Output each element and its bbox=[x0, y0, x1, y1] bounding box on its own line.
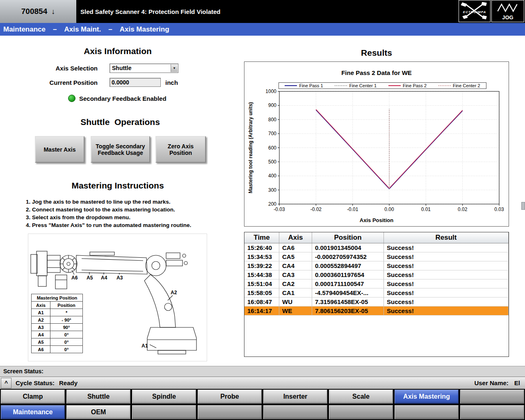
cycle-status-value: Ready bbox=[59, 377, 78, 389]
result-row[interactable]: 15:44:38CA30.0003601197654Success! bbox=[244, 270, 509, 279]
instruction-step: 2. Connect mastering tool to the axis ma… bbox=[26, 206, 223, 213]
result-cell: 7.806156203EX-05 bbox=[312, 306, 384, 316]
result-cell: 15:58:05 bbox=[244, 288, 279, 297]
result-cell: Success! bbox=[384, 252, 509, 261]
results-table: TimeAxisPositionResult 15:26:40CA60.0019… bbox=[244, 232, 509, 357]
position-unit-label: inch bbox=[165, 79, 178, 86]
chevron-down-icon[interactable]: ▼ bbox=[171, 64, 178, 72]
instruction-step: 1. Jog the axis to be mastered to line u… bbox=[26, 198, 223, 206]
mastering-table-cell: - 90° bbox=[50, 316, 83, 324]
breadcrumb-item: Axis Mastering bbox=[120, 25, 169, 34]
axis-label-a4: A4 bbox=[101, 275, 107, 281]
zero-axis-position-button[interactable]: Zero Axis Position bbox=[155, 136, 206, 163]
secondary-feedback-led-icon bbox=[68, 95, 75, 102]
mastering-table-cell: A6 bbox=[32, 346, 50, 353]
collapse-chevron-icon[interactable]: ^ bbox=[1, 378, 11, 388]
axis-information-title: Axis Information bbox=[36, 46, 200, 56]
result-row[interactable]: 15:39:22CA40.000552894497Success! bbox=[244, 261, 509, 270]
legend-label: Fine Center 2 bbox=[453, 83, 480, 88]
breadcrumb: Maintenance–Axis Maint.–Axis Mastering bbox=[0, 23, 525, 36]
result-row-selected[interactable]: 16:14:17WE7.806156203EX-05Success! bbox=[244, 306, 509, 316]
result-cell: CA5 bbox=[279, 252, 312, 261]
result-row[interactable]: 15:58:05CA1-4.579409454EX-...Success! bbox=[244, 288, 509, 297]
svg-text:-0.01: -0.01 bbox=[347, 207, 358, 212]
alarm-message: Sled Safety Scanner 4: Protection Field … bbox=[80, 0, 220, 23]
result-column-header: Position bbox=[312, 232, 384, 243]
jog-mode-indicator[interactable]: JOG bbox=[491, 0, 524, 22]
result-cell: Success! bbox=[384, 261, 509, 270]
legend-label: Fine Pass 1 bbox=[299, 83, 323, 88]
result-cell: WU bbox=[279, 297, 312, 306]
mastering-table-cell: A3 bbox=[32, 324, 50, 331]
softkey-probe[interactable]: Probe bbox=[198, 390, 262, 404]
result-column-header: Result bbox=[384, 232, 509, 243]
mastering-table-cell: A4 bbox=[32, 331, 50, 338]
result-cell: -4.579409454EX-... bbox=[312, 288, 384, 297]
result-row[interactable]: 15:34:53CA5-0.0002705974352Success! bbox=[244, 252, 509, 261]
mastering-table-cell: A1 bbox=[32, 309, 50, 316]
result-cell: 16:08:47 bbox=[244, 297, 279, 306]
results-chart: -0.03-0.02-0.010.000.010.020.03200300400… bbox=[244, 61, 509, 227]
jog-zigzag-icon bbox=[492, 0, 524, 14]
cycle-status-label: Cycle Status: bbox=[16, 377, 55, 389]
legend-line-sample bbox=[438, 85, 451, 86]
svg-text:-0.02: -0.02 bbox=[310, 207, 322, 212]
svg-text:600: 600 bbox=[268, 145, 276, 151]
result-row[interactable]: 15:51:04CA20.0001711100547Success! bbox=[244, 279, 509, 288]
screen-status-bar: Screen Status: bbox=[0, 366, 525, 377]
softkey-empty-1-5[interactable] bbox=[329, 405, 393, 419]
softkey-shuttle[interactable]: Shuttle bbox=[66, 390, 130, 404]
toggle-secondary-feedback-button[interactable]: Toggle Secondary Feedback Usage bbox=[91, 136, 150, 163]
legend-line-sample bbox=[388, 85, 401, 86]
mastering-table-row: A1* bbox=[32, 309, 83, 316]
master-axis-button[interactable]: Master Axis bbox=[35, 136, 84, 163]
mastering-table-row: A390° bbox=[32, 324, 83, 331]
scrollbar-thumb[interactable] bbox=[521, 202, 525, 210]
result-cell: 15:51:04 bbox=[244, 279, 279, 288]
softkey-inserter[interactable]: Inserter bbox=[263, 390, 327, 404]
softkey-empty-1-7[interactable] bbox=[460, 405, 524, 419]
svg-text:-0.03: -0.03 bbox=[274, 207, 285, 212]
softkey-maintenance[interactable]: Maintenance bbox=[1, 405, 65, 419]
chart-title: Fine Pass 2 Data for WE bbox=[244, 69, 509, 76]
softkey-empty-0-7[interactable] bbox=[460, 390, 524, 404]
softkey-empty-1-4[interactable] bbox=[263, 405, 327, 419]
softkey-clamp[interactable]: Clamp bbox=[1, 390, 65, 404]
result-cell: Success! bbox=[384, 270, 509, 279]
softkey-empty-1-6[interactable] bbox=[395, 405, 459, 419]
result-cell: 0.000552894497 bbox=[312, 261, 384, 270]
result-cell: -0.0002705974352 bbox=[312, 252, 384, 261]
axis-label-a1: A1 bbox=[142, 343, 148, 349]
breadcrumb-item: Maintenance bbox=[3, 25, 46, 34]
legend-item: Fine Center 2 bbox=[438, 83, 480, 88]
axis-selection-label: Axis Selection bbox=[8, 65, 98, 72]
axis-selection-dropdown[interactable]: Shuttle ▼ bbox=[110, 64, 178, 73]
svg-text:400: 400 bbox=[268, 173, 276, 179]
results-table-header: TimeAxisPositionResult bbox=[244, 232, 509, 243]
softkey-scale[interactable]: Scale bbox=[329, 390, 393, 404]
brand-logo: ECTROIMPA bbox=[459, 0, 491, 22]
svg-text:800: 800 bbox=[268, 117, 276, 123]
softkey-empty-1-3[interactable] bbox=[198, 405, 262, 419]
result-row[interactable]: 15:26:40CA60.001901345004Success! bbox=[244, 243, 509, 252]
softkey-axis-mastering[interactable]: Axis Mastering bbox=[395, 390, 459, 404]
svg-text:1000: 1000 bbox=[265, 89, 276, 94]
operations-title: Shuttle Operations bbox=[38, 117, 202, 127]
mastering-table-row: A50° bbox=[32, 338, 83, 346]
softkey-spindle[interactable]: Spindle bbox=[132, 390, 196, 404]
alarm-number-box[interactable]: 700854 ↓ bbox=[0, 0, 76, 23]
softkey-empty-1-2[interactable] bbox=[132, 405, 196, 419]
alarm-down-arrow-icon[interactable]: ↓ bbox=[51, 7, 55, 16]
legend-label: Fine Center 1 bbox=[349, 83, 377, 88]
results-table-rows: 15:26:40CA60.001901345004Success!15:34:5… bbox=[244, 243, 509, 316]
legend-line-sample bbox=[285, 85, 297, 86]
instruction-step: 4. Press "Master Axis" to run the automa… bbox=[26, 221, 223, 229]
mastering-table-row: A2- 90° bbox=[32, 316, 83, 324]
mastering-instructions-list: 1. Jog the axis to be mastered to line u… bbox=[26, 198, 223, 229]
current-position-field[interactable] bbox=[110, 78, 161, 87]
result-row[interactable]: 16:08:47WU7.315961458EX-05Success! bbox=[244, 297, 509, 306]
softkey-oem[interactable]: OEM bbox=[66, 405, 130, 419]
logo-text: ECTROIMPA bbox=[459, 10, 490, 14]
result-cell: 0.001901345004 bbox=[312, 243, 384, 252]
result-column-header: Axis bbox=[279, 232, 312, 243]
